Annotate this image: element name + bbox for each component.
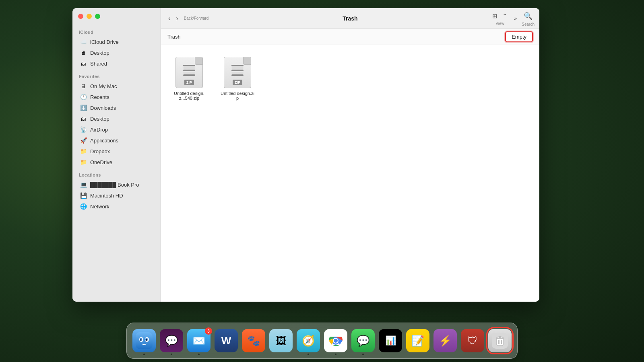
paw-dock-icon: 🐾 [242,329,265,352]
sidebar-item-onedrive[interactable]: 📁 OneDrive [75,157,158,167]
zip-stripe-line [183,72,195,74]
sidebar-item-desktop-fav[interactable]: 🗂 Desktop [75,113,158,124]
chrome-svg [328,333,344,349]
zip-stripe-line [183,70,195,71]
file-icon-1: ZIP [173,56,205,88]
file-icon-2: ZIP [221,56,254,88]
dock-item-paw[interactable]: 🐾 [241,328,266,353]
dock-item-messages[interactable]: 💬 [351,328,376,353]
zip-stripes [224,57,251,80]
zip-stripe-line [231,67,244,69]
shared-icon: 🗂 [80,60,87,67]
zip-stripe-line [231,72,244,74]
empty-button[interactable]: Empty [505,31,533,42]
sidebar-item-label: Recents [90,94,109,100]
dock-dot [335,354,336,355]
close-button[interactable] [78,14,83,19]
sidebar-item-network[interactable]: 🌐 Network [75,201,158,212]
dock-item-slack[interactable]: 💬 [159,328,184,353]
dock-item-word[interactable]: W [214,328,239,353]
dock: 💬 ✉️ 3 W 🐾 🖼 🧭 [126,323,518,359]
sidebar-item-shared[interactable]: 🗂 Shared [75,58,158,69]
sidebar: iCloud ☁️ iCloud Drive 🖥 Desktop 🗂 Share… [72,8,161,302]
sidebar-item-macintosh-hd[interactable]: 💾 Macintosh HD [75,190,158,201]
chrome-dock-icon [324,329,347,352]
sidebar-item-label: On My Mac [90,83,117,89]
sidebar-item-airdrop[interactable]: 📡 AirDrop [75,124,158,135]
sidebar-item-applications[interactable]: 🚀 Applications [75,135,158,146]
applications-icon: 🚀 [80,137,87,144]
recents-icon: 🕐 [80,93,87,101]
dock-item-chrome[interactable] [323,328,348,353]
finder-dock-icon [132,329,156,352]
dock-item-preview[interactable]: 🖼 [268,328,293,353]
dock-item-shortcuts[interactable]: ⚡ [433,328,458,353]
file-name-2: Untitled design.zip [221,91,254,101]
sidebar-item-label: Macintosh HD [90,193,123,199]
more-button[interactable]: » [512,14,518,23]
window-title: Trash [343,15,357,22]
macbook-icon: 💻 [80,181,87,188]
back-button[interactable]: ‹ [166,13,173,24]
sidebar-item-icloud-drive[interactable]: ☁️ iCloud Drive [75,37,158,47]
dock-dot [198,354,200,355]
sidebar-item-recents[interactable]: 🕐 Recents [75,92,158,102]
dock-item-finder[interactable] [132,328,157,353]
sidebar-item-desktop-icloud[interactable]: 🖥 Desktop [75,47,158,58]
minimize-button[interactable] [87,14,92,19]
zip-stripe-line [183,65,195,66]
activity-dock-icon: 📊 [379,329,402,352]
sidebar-item-on-my-mac[interactable]: 🖥 On My Mac [75,81,158,91]
network-icon: 🌐 [80,203,87,210]
zip-stripes [176,57,202,80]
nav-label-group: Back/Forward [184,16,209,21]
dock-item-mail[interactable]: ✉️ 3 [186,328,211,353]
toolbar-right: ⊞ ⌃ View » 🔍 Search [491,10,535,27]
svg-rect-18 [497,337,499,338]
messages-dock-icon: 💬 [351,329,375,352]
forward-button[interactable]: › [173,13,180,24]
sidebar-item-downloads[interactable]: ⬇️ Downloads [75,103,158,113]
search-group: 🔍 Search [522,10,535,27]
icon-view-button[interactable]: ⊞ [491,11,499,21]
search-button[interactable]: 🔍 [522,10,534,22]
sidebar-item-label: AirDrop [90,127,108,133]
file-name-1: Untitled design.z...540.zip [172,91,206,101]
mail-badge: 3 [205,327,212,335]
maximize-button[interactable] [95,14,100,19]
dock-item-safari[interactable]: 🧭 [296,328,321,353]
dock-dot [362,354,364,355]
dock-item-activity[interactable]: 📊 [378,328,403,353]
airdrop-icon: 📡 [80,126,87,133]
shortcuts-dock-icon: ⚡ [433,329,457,352]
dock-item-notes[interactable]: 📝 [405,328,430,353]
file-item[interactable]: ZIP Untitled design.z...540.zip [169,53,209,104]
sidebar-item-macbook[interactable]: 💻 ███████ Book Pro [75,179,158,190]
toolbar: ‹ › Back/Forward Trash ⊞ ⌃ View » 🔍 [161,8,539,29]
zip-badge-1: ZIP [184,80,194,85]
dock-item-vpn[interactable]: 🛡 [460,328,485,353]
current-path-label: Trash [167,34,181,40]
zip-stripe-line [183,74,195,76]
sidebar-item-label: iCloud Drive [90,39,119,45]
file-grid: ZIP Untitled design.z...540.zip [161,45,539,302]
desktop-icloud-icon: 🖥 [80,49,87,56]
sidebar-item-label: ███████ Book Pro [90,182,139,188]
finder-window: iCloud ☁️ iCloud Drive 🖥 Desktop 🗂 Share… [72,8,539,302]
sidebar-section-locations: Locations 💻 ███████ Book Pro 💾 Macintosh… [72,171,161,212]
path-bar: Trash Empty [161,29,539,45]
list-view-button[interactable]: ⌃ [501,11,509,21]
sidebar-item-label: Desktop [90,116,109,122]
sidebar-item-dropbox[interactable]: 📁 Dropbox [75,146,158,156]
dock-item-trash[interactable] [487,328,512,353]
svg-point-5 [140,339,142,341]
sidebar-header-icloud: iCloud [72,28,161,36]
zip-stripe-line [231,65,244,66]
dock-dot [308,354,309,355]
icloud-drive-icon: ☁️ [80,38,87,45]
onedrive-icon: 📁 [80,158,87,166]
view-group: ⊞ ⌃ View [491,11,509,26]
word-dock-icon: W [215,329,238,352]
file-item[interactable]: ZIP Untitled design.zip [217,53,258,104]
sidebar-item-label: OneDrive [90,159,112,165]
